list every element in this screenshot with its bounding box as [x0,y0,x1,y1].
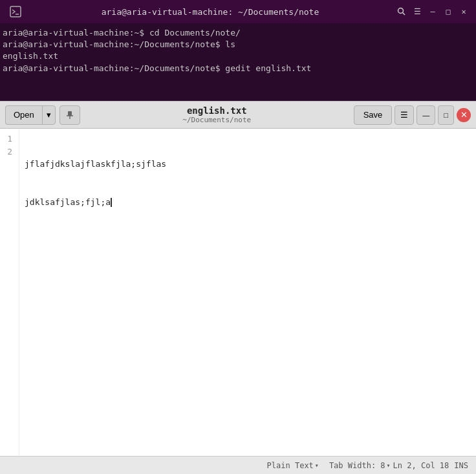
gedit-minimize-icon: — [422,111,429,119]
editor-line-1: jflafjdkslajflaskfjla;sjflas [25,158,471,171]
terminal-title: aria@aria-virtual-machine: ~/Documents/n… [25,7,396,17]
terminal-app-icon [6,3,25,21]
statusbar-center: Plain Text ▾ Tab Width: 8 ▾ [267,461,391,470]
open-dropdown-arrow: ▾ [47,110,51,120]
gedit-headerbar: Open ▾ english.txt ~/Documents/note Save… [0,102,476,129]
terminal-titlebar: aria@aria-virtual-machine: ~/Documents/n… [0,0,476,23]
terminal-line-2: aria@aria-virtual-machine:~/Documents/no… [3,39,473,50]
gedit-right-controls: Save ☰ — □ ✕ [354,105,471,125]
tab-width-label: Tab Width: 8 [329,461,385,470]
gedit-close-icon: ✕ [460,110,468,120]
terminal-line-4: aria@aria-virtual-machine:~/Documents/no… [3,63,473,74]
terminal-line-1: aria@aria-virtual-machine:~$ cd Document… [3,27,473,39]
cursor-position-label: Ln 2, Col 18 [393,461,449,470]
gedit-maximize-icon: □ [444,111,448,119]
editor-content[interactable]: jflafjdkslajflaskfjla;sjflas jdklsafjlas… [19,129,476,456]
terminal-search-icon[interactable] [396,6,407,17]
svg-line-3 [403,13,406,16]
text-cursor [111,198,112,207]
svg-rect-4 [68,111,72,116]
terminal-menu-icon[interactable]: ☰ [411,6,423,17]
file-title: english.txt [80,105,354,116]
terminal-close-icon[interactable]: ✕ [458,6,470,17]
gedit-maximize-button[interactable]: □ [438,105,454,125]
terminal-maximize-icon[interactable]: □ [442,6,454,17]
line-numbers: 1 2 [0,129,19,456]
pin-button[interactable] [60,105,80,125]
ins-label: INS [454,461,468,470]
save-button[interactable]: Save [354,105,393,125]
pin-icon [65,111,74,120]
open-button[interactable]: Open [5,105,42,125]
terminal-body: aria@aria-virtual-machine:~$ cd Document… [0,23,476,101]
line-number-1: 1 [5,133,12,145]
plain-text-label: Plain Text [267,461,314,470]
gedit-statusbar: Plain Text ▾ Tab Width: 8 ▾ Ln 2, Col 18… [0,456,476,474]
terminal-minimize-icon[interactable]: — [427,6,438,17]
plain-text-selector[interactable]: Plain Text ▾ [267,461,319,470]
open-dropdown-button[interactable]: ▾ [42,105,56,125]
gedit-minimize-button[interactable]: — [416,105,435,125]
tab-width-selector[interactable]: Tab Width: 8 ▾ [329,461,391,470]
svg-point-2 [398,8,404,14]
gedit-left-controls: Open ▾ [5,105,80,125]
line-number-2: 2 [5,145,12,158]
gedit-center-title: english.txt ~/Documents/note [80,105,354,124]
file-path: ~/Documents/note [80,116,354,124]
gedit-menu-icon: ☰ [400,110,408,120]
statusbar-right: Ln 2, Col 18 INS [393,461,468,470]
tab-width-arrow: ▾ [387,462,391,469]
gedit-editor[interactable]: 1 2 jflafjdkslajflaskfjla;sjflas jdklsaf… [0,129,476,456]
gedit-window: Open ▾ english.txt ~/Documents/note Save… [0,101,476,474]
gedit-close-button[interactable]: ✕ [457,108,471,122]
plain-text-arrow: ▾ [315,462,319,469]
gedit-menu-button[interactable]: ☰ [395,105,414,125]
terminal-line-3: english.txt [3,50,473,62]
editor-line-2: jdklsafjlas;fjl;a [25,196,471,209]
